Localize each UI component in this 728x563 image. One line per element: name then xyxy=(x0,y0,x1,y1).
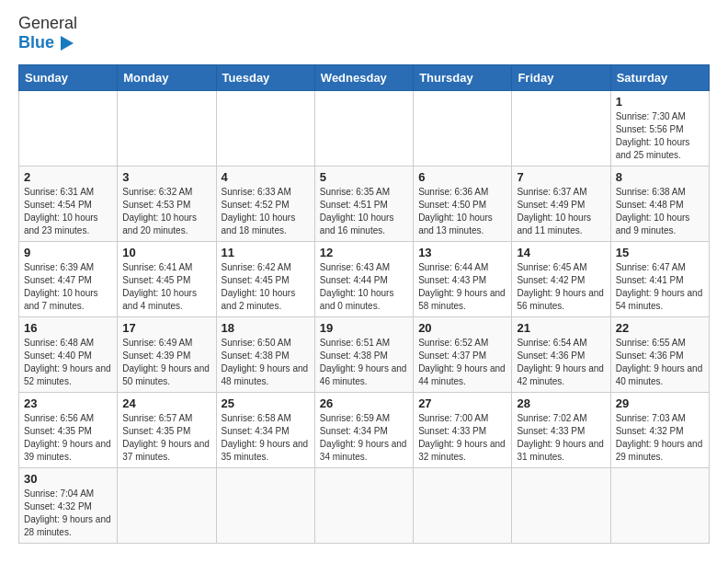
day-info: Sunrise: 7:02 AM Sunset: 4:33 PM Dayligh… xyxy=(517,412,605,464)
calendar-cell: 8Sunrise: 6:38 AM Sunset: 4:48 PM Daylig… xyxy=(610,166,709,241)
calendar-cell: 5Sunrise: 6:35 AM Sunset: 4:51 PM Daylig… xyxy=(314,166,413,241)
day-info: Sunrise: 6:42 AM Sunset: 4:45 PM Dayligh… xyxy=(222,261,310,313)
calendar-cell xyxy=(610,467,709,543)
calendar-week-5: 30Sunrise: 7:04 AM Sunset: 4:32 PM Dayli… xyxy=(19,467,710,543)
svg-marker-0 xyxy=(61,36,74,51)
day-number: 27 xyxy=(418,396,506,410)
calendar-cell xyxy=(216,90,314,166)
day-number: 21 xyxy=(517,321,605,335)
calendar-cell: 15Sunrise: 6:47 AM Sunset: 4:41 PM Dayli… xyxy=(610,241,709,316)
day-info: Sunrise: 6:56 AM Sunset: 4:35 PM Dayligh… xyxy=(24,412,112,464)
calendar-cell xyxy=(118,467,216,543)
calendar-cell: 7Sunrise: 6:37 AM Sunset: 4:49 PM Daylig… xyxy=(512,166,610,241)
calendar-cell: 19Sunrise: 6:51 AM Sunset: 4:38 PM Dayli… xyxy=(314,316,413,392)
day-info: Sunrise: 7:30 AM Sunset: 5:56 PM Dayligh… xyxy=(616,110,704,162)
day-number: 2 xyxy=(24,170,112,184)
day-number: 9 xyxy=(24,246,112,259)
calendar-cell xyxy=(414,90,512,166)
calendar-cell xyxy=(314,467,413,543)
calendar-cell: 12Sunrise: 6:43 AM Sunset: 4:44 PM Dayli… xyxy=(314,241,413,316)
day-number: 13 xyxy=(418,246,506,259)
calendar-week-2: 9Sunrise: 6:39 AM Sunset: 4:47 PM Daylig… xyxy=(19,241,710,316)
day-number: 14 xyxy=(517,246,605,259)
day-info: Sunrise: 6:45 AM Sunset: 4:42 PM Dayligh… xyxy=(517,261,605,313)
calendar-cell xyxy=(512,90,610,166)
calendar-cell: 21Sunrise: 6:54 AM Sunset: 4:36 PM Dayli… xyxy=(512,316,610,392)
day-info: Sunrise: 7:04 AM Sunset: 4:32 PM Dayligh… xyxy=(24,488,112,539)
calendar-cell xyxy=(314,90,413,166)
day-number: 12 xyxy=(320,246,408,259)
day-number: 15 xyxy=(616,246,704,259)
day-number: 3 xyxy=(122,170,210,184)
day-number: 8 xyxy=(616,170,704,184)
day-info: Sunrise: 6:43 AM Sunset: 4:44 PM Dayligh… xyxy=(320,261,408,313)
day-info: Sunrise: 6:41 AM Sunset: 4:45 PM Dayligh… xyxy=(122,261,210,313)
day-number: 10 xyxy=(122,246,210,259)
day-number: 1 xyxy=(616,95,704,109)
day-number: 18 xyxy=(222,321,310,335)
day-info: Sunrise: 6:57 AM Sunset: 4:35 PM Dayligh… xyxy=(122,412,210,464)
day-info: Sunrise: 6:33 AM Sunset: 4:52 PM Dayligh… xyxy=(222,186,310,237)
calendar-cell xyxy=(414,467,512,543)
weekday-header-monday: Monday xyxy=(118,64,216,90)
calendar-cell: 1Sunrise: 7:30 AM Sunset: 5:56 PM Daylig… xyxy=(610,90,709,166)
calendar-cell: 29Sunrise: 7:03 AM Sunset: 4:32 PM Dayli… xyxy=(610,392,709,467)
weekday-header-wednesday: Wednesday xyxy=(314,64,413,90)
day-number: 6 xyxy=(418,170,506,184)
day-info: Sunrise: 6:36 AM Sunset: 4:50 PM Dayligh… xyxy=(418,186,506,237)
calendar-cell: 11Sunrise: 6:42 AM Sunset: 4:45 PM Dayli… xyxy=(216,241,314,316)
weekday-header-row: SundayMondayTuesdayWednesdayThursdayFrid… xyxy=(19,64,710,90)
day-number: 16 xyxy=(24,321,112,335)
logo: General Blue xyxy=(18,15,77,53)
calendar-cell: 4Sunrise: 6:33 AM Sunset: 4:52 PM Daylig… xyxy=(216,166,314,241)
day-number: 20 xyxy=(418,321,506,335)
calendar-cell xyxy=(19,90,118,166)
day-info: Sunrise: 6:44 AM Sunset: 4:43 PM Dayligh… xyxy=(418,261,506,313)
calendar-cell: 6Sunrise: 6:36 AM Sunset: 4:50 PM Daylig… xyxy=(414,166,512,241)
calendar-cell: 2Sunrise: 6:31 AM Sunset: 4:54 PM Daylig… xyxy=(19,166,118,241)
calendar-cell xyxy=(118,90,216,166)
day-info: Sunrise: 6:54 AM Sunset: 4:36 PM Dayligh… xyxy=(517,337,605,388)
day-info: Sunrise: 6:48 AM Sunset: 4:40 PM Dayligh… xyxy=(24,337,112,388)
weekday-header-saturday: Saturday xyxy=(610,64,709,90)
calendar-cell: 9Sunrise: 6:39 AM Sunset: 4:47 PM Daylig… xyxy=(19,241,118,316)
calendar-cell: 27Sunrise: 7:00 AM Sunset: 4:33 PM Dayli… xyxy=(414,392,512,467)
day-number: 5 xyxy=(320,170,408,184)
calendar-cell: 18Sunrise: 6:50 AM Sunset: 4:38 PM Dayli… xyxy=(216,316,314,392)
day-info: Sunrise: 7:00 AM Sunset: 4:33 PM Dayligh… xyxy=(418,412,506,464)
calendar-week-0: 1Sunrise: 7:30 AM Sunset: 5:56 PM Daylig… xyxy=(19,90,710,166)
logo-wordmark: General Blue xyxy=(18,15,77,53)
calendar-cell: 14Sunrise: 6:45 AM Sunset: 4:42 PM Dayli… xyxy=(512,241,610,316)
day-number: 26 xyxy=(320,396,408,410)
calendar-cell: 3Sunrise: 6:32 AM Sunset: 4:53 PM Daylig… xyxy=(118,166,216,241)
day-info: Sunrise: 6:39 AM Sunset: 4:47 PM Dayligh… xyxy=(24,261,112,313)
day-info: Sunrise: 6:31 AM Sunset: 4:54 PM Dayligh… xyxy=(24,186,112,237)
calendar-cell: 25Sunrise: 6:58 AM Sunset: 4:34 PM Dayli… xyxy=(216,392,314,467)
day-number: 22 xyxy=(616,321,704,335)
calendar-cell: 22Sunrise: 6:55 AM Sunset: 4:36 PM Dayli… xyxy=(610,316,709,392)
calendar-cell: 26Sunrise: 6:59 AM Sunset: 4:34 PM Dayli… xyxy=(314,392,413,467)
calendar-cell: 16Sunrise: 6:48 AM Sunset: 4:40 PM Dayli… xyxy=(19,316,118,392)
day-number: 4 xyxy=(222,170,310,184)
calendar-cell: 10Sunrise: 6:41 AM Sunset: 4:45 PM Dayli… xyxy=(118,241,216,316)
weekday-header-thursday: Thursday xyxy=(414,64,512,90)
calendar-cell: 13Sunrise: 6:44 AM Sunset: 4:43 PM Dayli… xyxy=(414,241,512,316)
day-number: 7 xyxy=(517,170,605,184)
day-info: Sunrise: 6:59 AM Sunset: 4:34 PM Dayligh… xyxy=(320,412,408,464)
calendar-week-4: 23Sunrise: 6:56 AM Sunset: 4:35 PM Dayli… xyxy=(19,392,710,467)
day-number: 24 xyxy=(122,396,210,410)
day-number: 17 xyxy=(122,321,210,335)
calendar-cell: 23Sunrise: 6:56 AM Sunset: 4:35 PM Dayli… xyxy=(19,392,118,467)
day-info: Sunrise: 6:35 AM Sunset: 4:51 PM Dayligh… xyxy=(320,186,408,237)
page-header: General Blue xyxy=(18,15,710,53)
weekday-header-sunday: Sunday xyxy=(19,64,118,90)
day-info: Sunrise: 6:32 AM Sunset: 4:53 PM Dayligh… xyxy=(122,186,210,237)
calendar-cell xyxy=(512,467,610,543)
weekday-header-friday: Friday xyxy=(512,64,610,90)
day-number: 11 xyxy=(222,246,310,259)
day-info: Sunrise: 6:51 AM Sunset: 4:38 PM Dayligh… xyxy=(320,337,408,388)
day-info: Sunrise: 6:47 AM Sunset: 4:41 PM Dayligh… xyxy=(616,261,704,313)
day-info: Sunrise: 6:49 AM Sunset: 4:39 PM Dayligh… xyxy=(122,337,210,388)
calendar-cell: 17Sunrise: 6:49 AM Sunset: 4:39 PM Dayli… xyxy=(118,316,216,392)
day-number: 25 xyxy=(222,396,310,410)
